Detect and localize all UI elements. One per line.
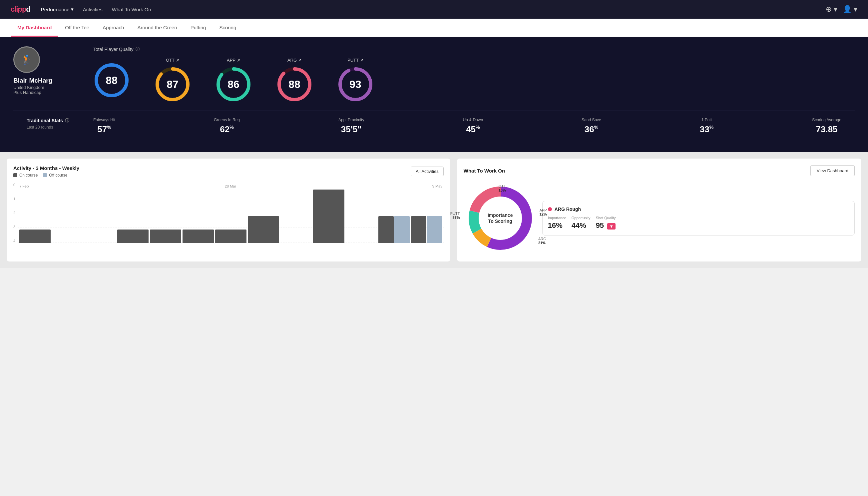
bar-on-course — [248, 216, 279, 243]
user-menu-button[interactable]: 👤 ▾ — [843, 5, 857, 14]
bars-row — [18, 183, 444, 243]
on-course-dot — [13, 173, 17, 177]
gauge-ott: OTT ↗ 87 — [142, 58, 203, 103]
bar-group — [215, 230, 247, 243]
gauge-total: 88 — [93, 62, 142, 98]
bar-group — [117, 230, 148, 243]
avatar: 🏌️ — [13, 46, 40, 73]
bar-chart-axes: 4 3 2 1 0 7 Feb — [13, 183, 444, 249]
tab-scoring[interactable]: Scoring — [212, 19, 243, 37]
chevron-down-icon: ▾ — [71, 6, 74, 12]
hero-section: 🏌️ Blair McHarg United Kingdom Plus Hand… — [0, 37, 868, 152]
ott-arrow-icon: ↗ — [176, 58, 179, 63]
gauge-value-app: 86 — [227, 78, 239, 91]
tab-my-dashboard[interactable]: My Dashboard — [11, 19, 58, 37]
view-dashboard-button[interactable]: View Dashboard — [810, 165, 855, 176]
stat-fairways-hit: Fairways Hit 57% — [93, 118, 115, 135]
gauge-value-total: 88 — [106, 74, 117, 86]
wtwo-panel-title: What To Work On — [464, 168, 505, 173]
gauge-ring-total: 88 — [93, 62, 130, 98]
donut-wrapper: Importance To Scoring OTT 10% APP 12% — [464, 182, 537, 255]
stat-sand-save: Sand Save 36% — [582, 118, 601, 135]
gauge-ring-putt: 93 — [337, 66, 374, 103]
gauge-label-arg: ARG ↗ — [287, 58, 301, 63]
tab-putting[interactable]: Putting — [184, 19, 213, 37]
tab-off-the-tee[interactable]: Off the Tee — [58, 19, 96, 37]
add-button[interactable]: ⊕ ▾ — [826, 5, 837, 14]
player-name: Blair McHarg — [13, 77, 52, 84]
tpq-label: Total Player Quality ⓘ — [93, 46, 855, 52]
nav-what-to-work-on[interactable]: What To Work On — [112, 6, 151, 12]
logo[interactable]: clippd — [11, 5, 30, 14]
gauge-ring-app: 86 — [215, 66, 252, 103]
wtwo-content: Importance To Scoring OTT 10% APP 12% — [464, 182, 855, 255]
nav-performance[interactable]: Performance ▾ — [41, 6, 74, 12]
gauge-ring-arg: 88 — [276, 66, 313, 103]
ann-putt: PUTT 57% — [450, 212, 460, 219]
ann-arg: ARG 21% — [538, 237, 546, 245]
bar-off-course — [427, 216, 442, 243]
bar-group — [248, 216, 279, 243]
bar-on-course — [183, 230, 214, 243]
tpq-section: Total Player Quality ⓘ 88 — [93, 46, 855, 103]
bar-on-course — [19, 230, 51, 243]
hero-top: 🏌️ Blair McHarg United Kingdom Plus Hand… — [13, 46, 855, 103]
gauge-label-putt: PUTT ↗ — [347, 58, 363, 63]
shot-quality-badge: ▼ — [607, 223, 616, 230]
nav-right: ⊕ ▾ 👤 ▾ — [826, 5, 857, 14]
bar-on-course — [215, 230, 247, 243]
gauges-row: 88 OTT ↗ 87 — [93, 58, 855, 103]
stats-section: Traditional Stats ⓘ Last 20 rounds Fairw… — [13, 111, 855, 141]
arg-arrow-icon: ↗ — [298, 58, 301, 63]
info-metric-shot-quality: Shot Quality 95 ▼ — [596, 216, 616, 230]
stat-greens-in-reg: Greens In Reg 62% — [214, 118, 240, 135]
stats-label-group: Traditional Stats ⓘ Last 20 rounds — [27, 118, 93, 129]
info-card: ARG Rough Importance 16% Opportunity 44%… — [542, 201, 855, 235]
nav-links: Performance ▾ Activities What To Work On — [41, 6, 815, 12]
bars-area: 7 Feb 28 Mar 9 May — [18, 183, 444, 249]
bottom-panels: Activity - 3 Months - Weekly On course O… — [0, 152, 868, 268]
tab-around-the-green[interactable]: Around the Green — [130, 19, 184, 37]
activity-panel-title: Activity - 3 Months - Weekly — [13, 165, 79, 171]
stat-scoring-average: Scoring Average 73.85 — [812, 118, 841, 135]
bar-on-course — [117, 230, 148, 243]
stats-title: Traditional Stats ⓘ — [27, 118, 93, 124]
bar-on-course — [411, 216, 426, 243]
bar-group — [183, 230, 214, 243]
gauge-arg: ARG ↗ 88 — [264, 58, 325, 103]
activity-panel-header: Activity - 3 Months - Weekly On course O… — [13, 165, 444, 177]
bar-group — [19, 230, 51, 243]
info-card-title: ARG Rough — [548, 206, 849, 212]
gauge-value-ott: 87 — [167, 78, 178, 91]
chart-legend: On course Off course — [13, 173, 79, 177]
info-card-dot — [548, 207, 552, 211]
player-country: United Kingdom — [13, 85, 44, 90]
bar-on-course — [313, 189, 344, 243]
legend-off-course: Off course — [43, 173, 67, 177]
all-activities-button[interactable]: All Activities — [411, 167, 444, 176]
player-handicap: Plus Handicap — [13, 90, 41, 95]
bar-off-course — [394, 216, 409, 243]
donut-chart: Importance To Scoring — [464, 182, 537, 255]
bar-group — [411, 216, 442, 243]
off-course-dot — [43, 173, 47, 177]
gauge-label-app: APP ↗ — [227, 58, 240, 63]
donut-center-label: Importance To Scoring — [488, 212, 512, 224]
stats-subtitle: Last 20 rounds — [27, 125, 93, 129]
wtwo-panel: What To Work On View Dashboard — [457, 158, 861, 262]
nav-activities[interactable]: Activities — [83, 6, 102, 12]
gauge-app: APP ↗ 86 — [203, 58, 264, 103]
tab-approach[interactable]: Approach — [96, 19, 130, 37]
bar-group — [378, 216, 410, 243]
gauge-putt: PUTT ↗ 93 — [325, 58, 386, 103]
legend-on-course: On course — [13, 173, 38, 177]
wtwo-panel-header: What To Work On View Dashboard — [464, 165, 855, 176]
gauge-label-ott: OTT ↗ — [166, 58, 179, 63]
help-icon[interactable]: ⓘ — [136, 46, 140, 52]
stats-help-icon[interactable]: ⓘ — [65, 118, 69, 124]
gauge-ring-ott: 87 — [154, 66, 191, 103]
bar-on-course — [150, 230, 181, 243]
stat-up-down: Up & Down 45% — [463, 118, 483, 135]
stat-app-proximity: App. Proximity 35'5" — [338, 118, 364, 135]
bar-chart: 4 3 2 1 0 7 Feb — [13, 183, 444, 249]
